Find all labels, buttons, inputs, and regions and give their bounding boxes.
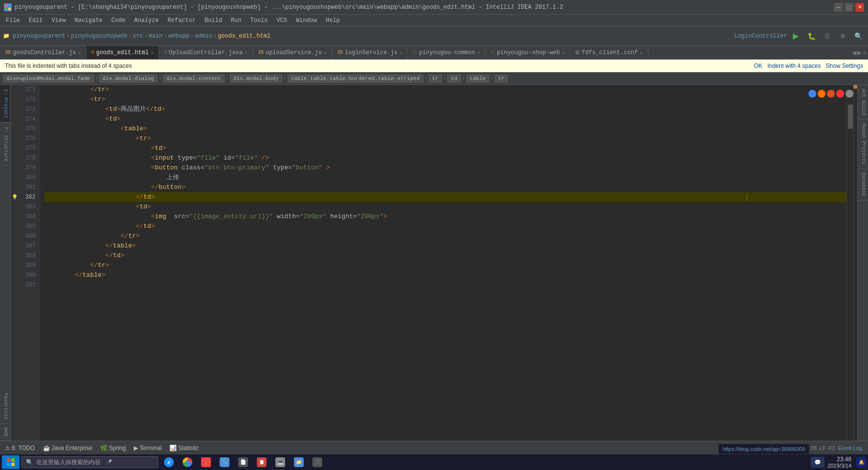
- run-button[interactable]: ▶: [789, 29, 803, 43]
- title-bar-controls[interactable]: ─ □ ✕: [834, 3, 864, 12]
- run-config-label[interactable]: LoginController: [734, 33, 787, 40]
- path-item-modal-body[interactable]: div.modal-body: [230, 75, 282, 82]
- panel-tab-maven[interactable]: Maven Projects: [858, 120, 868, 169]
- tab-pinyougou-common-close[interactable]: ✕: [477, 50, 480, 56]
- tab-loginservice-close[interactable]: ✕: [399, 50, 402, 56]
- status-statistic[interactable]: 📊 Statistic: [166, 444, 202, 452]
- menu-tools[interactable]: Tools: [247, 16, 272, 25]
- tab-uploadcontroller[interactable]: J UploadController.java ✕: [159, 46, 253, 59]
- taskbar-chat-icon[interactable]: 💬: [811, 457, 825, 468]
- panel-tab-ant-build[interactable]: Ant Build: [858, 85, 868, 120]
- tab-fdfs-conf-close[interactable]: ✕: [640, 50, 643, 56]
- warning-settings-link[interactable]: Show Settings: [826, 62, 863, 69]
- path-item-td[interactable]: td: [447, 75, 460, 82]
- lf-label: LF: [820, 445, 826, 451]
- menu-edit[interactable]: Edit: [25, 16, 47, 25]
- tab-scroll-button[interactable]: ▶: [857, 49, 862, 56]
- path-item-modal-content[interactable]: div.modal-content: [163, 75, 225, 82]
- tab-pinyougou-shop-web-close[interactable]: ✕: [562, 50, 565, 56]
- path-item-modal-dialog[interactable]: div.modal-dialog: [99, 75, 158, 82]
- taskbar-app-misc1[interactable]: 🔧: [216, 455, 233, 469]
- menu-code[interactable]: Code: [107, 16, 129, 25]
- panel-tab-project[interactable]: 1: Project: [0, 85, 10, 123]
- taskbar-clock[interactable]: 23:48 2019/3/14: [827, 456, 851, 469]
- taskbar-app-loc[interactable]: 📍: [197, 455, 215, 469]
- path-item-table2[interactable]: table: [466, 75, 489, 82]
- search-everywhere-button[interactable]: 🔍: [851, 29, 865, 43]
- profile-button[interactable]: ⚙: [836, 29, 849, 43]
- tab-goodscontroller[interactable]: JS goodsController.js ✕: [0, 46, 86, 59]
- chrome-icon[interactable]: [808, 90, 816, 98]
- tab-pinyougou-shop-web[interactable]: ⬡ pinyougou-shop-web ✕: [486, 46, 571, 59]
- menu-navigate[interactable]: Navigate: [70, 16, 106, 25]
- safari-icon[interactable]: [846, 90, 853, 98]
- taskbar-app-misc6[interactable]: 🎵: [309, 455, 326, 469]
- menu-window[interactable]: Window: [292, 16, 321, 25]
- tab-goods-edit-close[interactable]: ✕: [151, 50, 154, 56]
- taskbar-search-box[interactable]: 🔍 在这里输入你搜索的内容 🎤: [21, 456, 158, 468]
- breadcrumb-root[interactable]: pinyougouparent: [13, 33, 65, 40]
- misc2-taskbar-icon: 📄: [238, 457, 248, 467]
- maximize-button[interactable]: □: [845, 3, 853, 12]
- minimap-thumb[interactable]: [848, 104, 853, 129]
- taskbar-app-misc5[interactable]: 📁: [290, 455, 308, 469]
- status-java-enterprise[interactable]: ☕ Java Enterprise: [40, 444, 95, 452]
- tab-goodscontroller-close[interactable]: ✕: [78, 50, 81, 56]
- menu-view[interactable]: View: [48, 16, 70, 25]
- opera-icon[interactable]: [836, 90, 844, 98]
- tab-uploadcontroller-close[interactable]: ✕: [245, 50, 248, 56]
- status-spring[interactable]: 🌿 Spring: [97, 444, 129, 452]
- taskbar-app-chrome[interactable]: [179, 455, 196, 469]
- breadcrumb-webapp[interactable]: webapp: [168, 33, 189, 40]
- tab-pinyougou-common[interactable]: ⬡ pinyougou-common ✕: [408, 46, 485, 59]
- menu-build[interactable]: Build: [201, 16, 226, 25]
- taskbar-app-misc2[interactable]: 📄: [234, 455, 252, 469]
- path-item-tr1[interactable]: tr: [429, 75, 442, 82]
- ie-icon[interactable]: [827, 90, 835, 98]
- code-editor[interactable]: </tr> <tr> <td>商品图片</td> <td>: [41, 85, 847, 441]
- project-icon: 📁: [3, 33, 10, 39]
- panel-tab-favorites[interactable]: Favorites: [0, 389, 10, 424]
- tab-uploadservice[interactable]: JS uploadService.js ✕: [253, 46, 332, 59]
- breadcrumb-admin[interactable]: admin: [195, 33, 212, 40]
- menu-run[interactable]: Run: [227, 16, 246, 25]
- event-log-link[interactable]: Event Log: [838, 445, 862, 451]
- tab-more-button[interactable]: ≡: [863, 49, 866, 56]
- menu-vcs[interactable]: VCS: [273, 16, 291, 25]
- tab-loginservice[interactable]: JS loginService.js ✕: [332, 46, 408, 59]
- close-button[interactable]: ✕: [855, 3, 864, 12]
- path-item-uploadmodal[interactable]: div#uploadModal.modal.fade: [3, 75, 94, 82]
- minimize-button[interactable]: ─: [834, 3, 843, 12]
- tab-uploadservice-close[interactable]: ✕: [324, 50, 327, 56]
- gutter-cell-374: [11, 114, 18, 124]
- panel-tab-web[interactable]: Web: [0, 424, 10, 441]
- ln-385: 385: [21, 222, 39, 231]
- warning-indent-link[interactable]: Indent with 4 spaces: [767, 62, 821, 69]
- status-terminal[interactable]: ▶ Terminal: [131, 444, 165, 452]
- menu-help[interactable]: Help: [322, 16, 344, 25]
- taskbar-app-ie[interactable]: e: [160, 455, 178, 469]
- coverage-button[interactable]: ☰: [820, 29, 834, 43]
- breadcrumb-src[interactable]: src: [133, 33, 144, 40]
- panel-tab-structure[interactable]: 7: Structure: [0, 123, 10, 166]
- taskbar-app-misc3[interactable]: 📋: [253, 455, 270, 469]
- breadcrumb-file[interactable]: goods_edit.html: [218, 33, 270, 40]
- breadcrumb-main[interactable]: main: [148, 33, 163, 40]
- debug-button[interactable]: 🐛: [805, 29, 818, 43]
- menu-file[interactable]: File: [2, 16, 24, 25]
- tab-goods-edit[interactable]: H goods_edit.html ✕: [86, 46, 159, 59]
- menu-refactor[interactable]: Refactor: [164, 16, 200, 25]
- taskbar-app-misc4[interactable]: 💻: [271, 455, 289, 469]
- firefox-icon[interactable]: [818, 90, 826, 98]
- status-todo[interactable]: ⚠ 6: TODO: [2, 444, 38, 452]
- path-item-tr2[interactable]: tr: [495, 75, 508, 82]
- start-button[interactable]: [2, 455, 20, 469]
- taskbar-notification[interactable]: 🔔: [856, 457, 866, 467]
- breadcrumb-module[interactable]: pinyougoushopweb: [71, 33, 127, 40]
- path-item-table[interactable]: table.table.table-bordered.table-striped: [288, 75, 423, 82]
- tab-fdfs-conf[interactable]: ☰ fdfs_client.conf ✕: [570, 46, 648, 59]
- tab-list-button[interactable]: ◀: [852, 49, 856, 56]
- warning-ok-link[interactable]: OK: [754, 62, 763, 69]
- menu-analyze[interactable]: Analyze: [130, 16, 163, 25]
- panel-tab-database[interactable]: Database: [858, 169, 868, 201]
